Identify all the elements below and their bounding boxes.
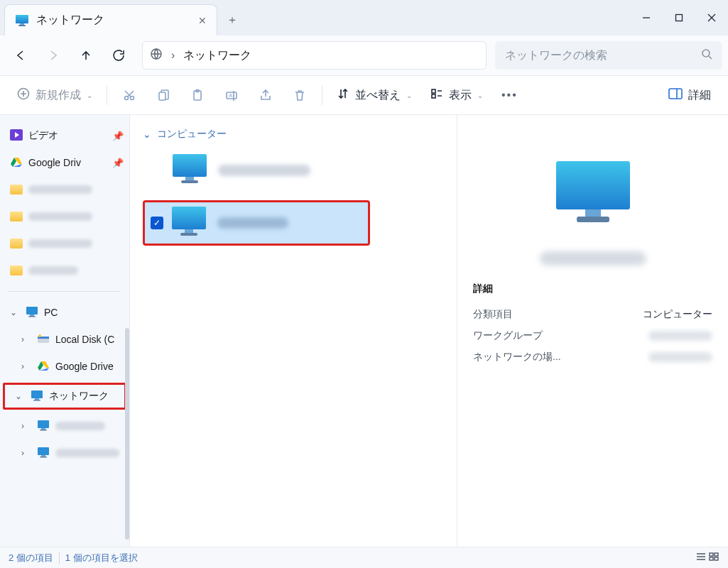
chevron-down-icon: ⌄: [87, 92, 92, 99]
detail-label: 分類項目: [473, 308, 513, 321]
sidebar-item-gdrive[interactable]: › Google Drive: [0, 353, 129, 380]
sidebar-item-label: ビデオ: [28, 129, 58, 142]
redacted-label: [55, 449, 119, 457]
sidebar-item-folder[interactable]: [0, 230, 129, 257]
computer-item-selected[interactable]: ✓: [143, 200, 370, 246]
chevron-down-icon: ⌄: [143, 129, 151, 140]
sidebar-item-local-disk[interactable]: › Local Disk (C: [0, 326, 129, 353]
tab-network[interactable]: ネットワーク ✕: [4, 4, 217, 36]
group-label: コンピューター: [157, 128, 227, 141]
sidebar-item-label: PC: [44, 307, 58, 318]
svg-rect-43: [40, 457, 47, 458]
sidebar: ビデオ 📌 Google Driv 📌 ⌄ PC: [0, 115, 130, 547]
monitor-icon: [554, 159, 632, 230]
svg-rect-47: [172, 207, 206, 229]
scrollbar[interactable]: [125, 328, 129, 540]
redacted-label: [218, 165, 310, 176]
chevron-down-icon[interactable]: ⌄: [10, 307, 20, 317]
forward-button[interactable]: [38, 41, 68, 70]
folder-icon: [10, 185, 23, 195]
monitor-icon: [15, 14, 29, 27]
redacted-label: [28, 185, 92, 194]
search-placeholder: ネットワークの検索: [505, 48, 607, 63]
monitor-icon: [31, 390, 43, 403]
thumbnails-view-button[interactable]: [708, 552, 719, 564]
disk-icon: [37, 334, 50, 346]
svg-rect-36: [35, 398, 39, 400]
new-button[interactable]: 新規作成 ⌄: [9, 81, 101, 109]
share-button[interactable]: [249, 81, 282, 109]
nav-bar: › ネットワーク ネットワークの検索: [0, 36, 728, 75]
svg-text:A: A: [229, 92, 233, 99]
search-input[interactable]: ネットワークの検索: [495, 41, 722, 70]
sidebar-item-pc[interactable]: ⌄ PC: [0, 299, 129, 326]
monitor-icon: [37, 447, 50, 460]
svg-rect-55: [710, 557, 713, 560]
svg-rect-18: [432, 94, 435, 98]
more-button[interactable]: •••: [493, 81, 526, 109]
group-header-computers[interactable]: ⌄ コンピューター: [143, 128, 444, 141]
svg-rect-27: [30, 315, 34, 316]
sidebar-item-folder[interactable]: [0, 203, 129, 230]
svg-rect-12: [159, 92, 165, 100]
close-icon[interactable]: ✕: [198, 15, 207, 26]
separator: [9, 291, 121, 292]
sidebar-item-folder[interactable]: [0, 176, 129, 203]
status-selected-count: 1 個の項目を選択: [65, 552, 138, 564]
checkbox-checked-icon[interactable]: ✓: [151, 217, 163, 229]
folder-icon: [10, 239, 23, 248]
pin-icon[interactable]: 📌: [112, 131, 124, 141]
sidebar-item-network-pc[interactable]: ›: [0, 413, 129, 439]
close-window-button[interactable]: [695, 0, 728, 36]
sidebar-item-videos[interactable]: ビデオ 📌: [0, 122, 129, 149]
chevron-right-icon[interactable]: ›: [21, 361, 31, 371]
details-pane: 詳細 分類項目 コンピューター ワークグループ ネットワークの場...: [457, 115, 728, 547]
body: ビデオ 📌 Google Driv 📌 ⌄ PC: [0, 115, 728, 547]
view-button[interactable]: 表示 ⌄: [422, 81, 491, 109]
rename-button[interactable]: A: [215, 81, 248, 109]
cut-button[interactable]: [113, 81, 146, 109]
details-view-button[interactable]: [695, 552, 707, 564]
chevron-down-icon[interactable]: ⌄: [15, 391, 25, 401]
sort-label: 並べ替え: [355, 88, 401, 103]
chevron-right-icon[interactable]: ›: [21, 334, 31, 344]
address-bar[interactable]: › ネットワーク: [142, 41, 487, 70]
content-area: ⌄ コンピューター ✓: [130, 115, 457, 547]
tab-title: ネットワーク: [36, 13, 104, 28]
sidebar-item-label: Google Drive: [55, 361, 114, 372]
svg-rect-50: [556, 161, 630, 209]
chevron-down-icon: ⌄: [477, 92, 483, 99]
svg-rect-41: [38, 447, 49, 455]
minimize-button[interactable]: [630, 0, 663, 36]
monitor-icon: [170, 205, 207, 241]
computer-item[interactable]: [143, 148, 444, 193]
detail-value: コンピューター: [643, 308, 712, 321]
folder-icon: [10, 212, 23, 222]
svg-rect-54: [715, 553, 718, 556]
svg-rect-19: [669, 89, 682, 99]
chevron-right-icon[interactable]: ›: [21, 448, 31, 458]
svg-point-10: [125, 97, 129, 100]
sidebar-item-network[interactable]: ⌄ ネットワーク: [3, 383, 126, 410]
chevron-right-icon[interactable]: ›: [21, 421, 31, 431]
new-tab-button[interactable]: ＋: [217, 4, 247, 36]
svg-rect-4: [676, 15, 683, 21]
paste-button[interactable]: [181, 81, 214, 109]
view-mode-toggle: [695, 552, 719, 564]
svg-rect-52: [577, 217, 609, 222]
sidebar-item-gdrive-quick[interactable]: Google Driv 📌: [0, 149, 129, 176]
sidebar-item-network-pc[interactable]: ›: [0, 439, 129, 466]
delete-button[interactable]: [283, 81, 316, 109]
back-button[interactable]: [6, 41, 36, 70]
sort-button[interactable]: 並べ替え ⌄: [328, 81, 420, 109]
chevron-right-icon[interactable]: ›: [171, 49, 175, 62]
svg-rect-35: [31, 390, 43, 398]
copy-button[interactable]: [147, 81, 180, 109]
pin-icon[interactable]: 📌: [112, 158, 124, 168]
svg-rect-53: [710, 553, 713, 556]
up-button[interactable]: [71, 41, 101, 70]
maximize-button[interactable]: [663, 0, 695, 36]
refresh-button[interactable]: [104, 41, 134, 70]
sidebar-item-folder[interactable]: [0, 257, 129, 284]
details-pane-button[interactable]: 詳細: [660, 81, 719, 109]
